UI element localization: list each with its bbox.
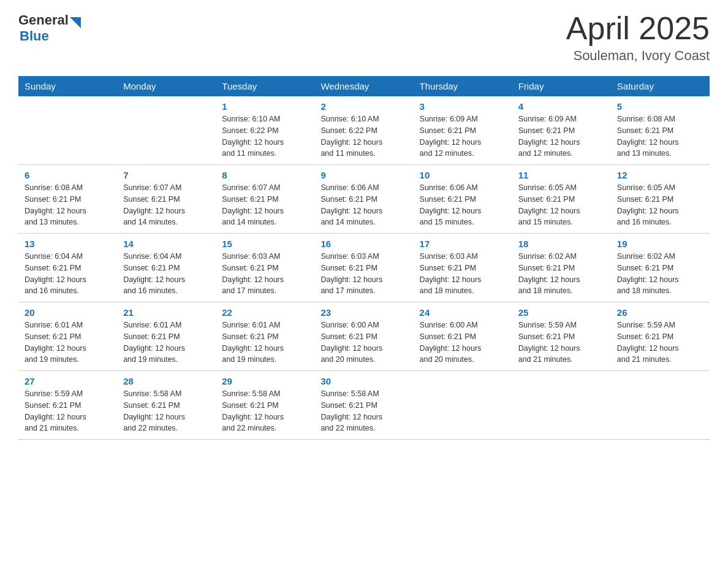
calendar-cell <box>18 96 117 165</box>
calendar-cell: 11Sunrise: 6:05 AM Sunset: 6:21 PM Dayli… <box>512 165 611 234</box>
day-number: 10 <box>420 170 506 180</box>
day-info: Sunrise: 6:09 AM Sunset: 6:21 PM Dayligh… <box>420 113 506 159</box>
day-info: Sunrise: 5:59 AM Sunset: 6:21 PM Dayligh… <box>518 320 605 366</box>
day-info: Sunrise: 6:03 AM Sunset: 6:21 PM Dayligh… <box>222 251 308 297</box>
calendar-cell: 1Sunrise: 6:10 AM Sunset: 6:22 PM Daylig… <box>216 96 314 165</box>
day-number: 21 <box>123 307 210 318</box>
logo: General Blue <box>18 12 81 44</box>
day-info: Sunrise: 6:08 AM Sunset: 6:21 PM Dayligh… <box>25 182 111 228</box>
logo-blue-text: Blue <box>20 28 81 44</box>
day-info: Sunrise: 6:05 AM Sunset: 6:21 PM Dayligh… <box>617 182 703 228</box>
month-title: April 2025 <box>566 12 710 44</box>
column-header-wednesday: Wednesday <box>314 76 413 96</box>
column-header-friday: Friday <box>512 76 611 96</box>
calendar-week-row: 20Sunrise: 6:01 AM Sunset: 6:21 PM Dayli… <box>18 302 710 371</box>
column-header-monday: Monday <box>117 76 216 96</box>
day-number: 4 <box>518 101 605 112</box>
day-info: Sunrise: 6:08 AM Sunset: 6:21 PM Dayligh… <box>617 113 703 159</box>
day-info: Sunrise: 6:07 AM Sunset: 6:21 PM Dayligh… <box>222 182 308 228</box>
column-header-sunday: Sunday <box>18 76 117 96</box>
day-number: 8 <box>222 170 308 180</box>
column-header-tuesday: Tuesday <box>216 76 314 96</box>
calendar-header-row: SundayMondayTuesdayWednesdayThursdayFrid… <box>18 76 710 96</box>
day-info: Sunrise: 6:01 AM Sunset: 6:21 PM Dayligh… <box>123 320 210 366</box>
title-section: April 2025 Souleman, Ivory Coast <box>566 12 710 64</box>
column-header-saturday: Saturday <box>611 76 710 96</box>
calendar-cell: 13Sunrise: 6:04 AM Sunset: 6:21 PM Dayli… <box>18 234 117 302</box>
calendar-cell: 9Sunrise: 6:06 AM Sunset: 6:21 PM Daylig… <box>314 165 413 234</box>
day-number: 11 <box>518 170 605 180</box>
day-number: 14 <box>123 239 210 249</box>
day-info: Sunrise: 5:58 AM Sunset: 6:21 PM Dayligh… <box>222 388 308 434</box>
day-info: Sunrise: 5:59 AM Sunset: 6:21 PM Dayligh… <box>25 388 111 434</box>
day-number: 20 <box>25 307 111 318</box>
page-header: General Blue April 2025 Souleman, Ivory … <box>18 12 710 64</box>
day-info: Sunrise: 6:05 AM Sunset: 6:21 PM Dayligh… <box>518 182 605 228</box>
calendar-cell: 25Sunrise: 5:59 AM Sunset: 6:21 PM Dayli… <box>512 302 611 371</box>
day-info: Sunrise: 6:01 AM Sunset: 6:21 PM Dayligh… <box>25 320 111 366</box>
calendar-cell: 28Sunrise: 5:58 AM Sunset: 6:21 PM Dayli… <box>117 371 216 440</box>
day-info: Sunrise: 6:02 AM Sunset: 6:21 PM Dayligh… <box>617 251 703 297</box>
calendar-cell: 4Sunrise: 6:09 AM Sunset: 6:21 PM Daylig… <box>512 96 611 165</box>
day-number: 2 <box>320 101 407 112</box>
calendar-cell: 18Sunrise: 6:02 AM Sunset: 6:21 PM Dayli… <box>512 234 611 302</box>
day-number: 3 <box>420 101 506 112</box>
day-number: 16 <box>320 239 407 249</box>
calendar-cell <box>611 371 710 440</box>
calendar-cell <box>512 371 611 440</box>
day-number: 13 <box>25 239 111 249</box>
location-title: Souleman, Ivory Coast <box>566 48 710 64</box>
calendar-week-row: 1Sunrise: 6:10 AM Sunset: 6:22 PM Daylig… <box>18 96 710 165</box>
calendar-week-row: 13Sunrise: 6:04 AM Sunset: 6:21 PM Dayli… <box>18 234 710 302</box>
calendar-cell: 23Sunrise: 6:00 AM Sunset: 6:21 PM Dayli… <box>314 302 413 371</box>
calendar-cell: 26Sunrise: 5:59 AM Sunset: 6:21 PM Dayli… <box>611 302 710 371</box>
day-number: 5 <box>617 101 703 112</box>
day-info: Sunrise: 6:09 AM Sunset: 6:21 PM Dayligh… <box>518 113 605 159</box>
day-info: Sunrise: 6:03 AM Sunset: 6:21 PM Dayligh… <box>320 251 407 297</box>
day-info: Sunrise: 6:07 AM Sunset: 6:21 PM Dayligh… <box>123 182 210 228</box>
day-number: 24 <box>420 307 506 318</box>
day-info: Sunrise: 5:58 AM Sunset: 6:21 PM Dayligh… <box>123 388 210 434</box>
svg-marker-0 <box>70 17 81 28</box>
day-number: 17 <box>420 239 506 249</box>
day-number: 7 <box>123 170 210 180</box>
day-info: Sunrise: 6:04 AM Sunset: 6:21 PM Dayligh… <box>25 251 111 297</box>
calendar-cell: 16Sunrise: 6:03 AM Sunset: 6:21 PM Dayli… <box>314 234 413 302</box>
day-number: 23 <box>320 307 407 318</box>
calendar-cell: 10Sunrise: 6:06 AM Sunset: 6:21 PM Dayli… <box>414 165 512 234</box>
day-number: 12 <box>617 170 703 180</box>
day-info: Sunrise: 6:00 AM Sunset: 6:21 PM Dayligh… <box>420 320 506 366</box>
logo-triangle-icon <box>70 17 81 28</box>
calendar-cell: 12Sunrise: 6:05 AM Sunset: 6:21 PM Dayli… <box>611 165 710 234</box>
calendar-cell: 7Sunrise: 6:07 AM Sunset: 6:21 PM Daylig… <box>117 165 216 234</box>
day-info: Sunrise: 6:03 AM Sunset: 6:21 PM Dayligh… <box>420 251 506 297</box>
day-number: 9 <box>320 170 407 180</box>
calendar-week-row: 27Sunrise: 5:59 AM Sunset: 6:21 PM Dayli… <box>18 371 710 440</box>
calendar-cell: 6Sunrise: 6:08 AM Sunset: 6:21 PM Daylig… <box>18 165 117 234</box>
day-number: 18 <box>518 239 605 249</box>
day-number: 30 <box>320 376 407 386</box>
calendar-cell: 21Sunrise: 6:01 AM Sunset: 6:21 PM Dayli… <box>117 302 216 371</box>
calendar-cell: 17Sunrise: 6:03 AM Sunset: 6:21 PM Dayli… <box>414 234 512 302</box>
calendar-cell <box>117 96 216 165</box>
day-number: 6 <box>25 170 111 180</box>
day-number: 15 <box>222 239 308 249</box>
calendar-week-row: 6Sunrise: 6:08 AM Sunset: 6:21 PM Daylig… <box>18 165 710 234</box>
calendar-cell: 8Sunrise: 6:07 AM Sunset: 6:21 PM Daylig… <box>216 165 314 234</box>
calendar-cell: 2Sunrise: 6:10 AM Sunset: 6:22 PM Daylig… <box>314 96 413 165</box>
day-number: 22 <box>222 307 308 318</box>
calendar-cell: 22Sunrise: 6:01 AM Sunset: 6:21 PM Dayli… <box>216 302 314 371</box>
day-info: Sunrise: 6:06 AM Sunset: 6:21 PM Dayligh… <box>420 182 506 228</box>
calendar-cell <box>414 371 512 440</box>
day-info: Sunrise: 6:01 AM Sunset: 6:21 PM Dayligh… <box>222 320 308 366</box>
day-info: Sunrise: 6:02 AM Sunset: 6:21 PM Dayligh… <box>518 251 605 297</box>
day-info: Sunrise: 6:10 AM Sunset: 6:22 PM Dayligh… <box>320 113 407 159</box>
day-number: 25 <box>518 307 605 318</box>
day-info: Sunrise: 6:00 AM Sunset: 6:21 PM Dayligh… <box>320 320 407 366</box>
calendar-cell: 29Sunrise: 5:58 AM Sunset: 6:21 PM Dayli… <box>216 371 314 440</box>
day-number: 29 <box>222 376 308 386</box>
day-info: Sunrise: 6:10 AM Sunset: 6:22 PM Dayligh… <box>222 113 308 159</box>
calendar-cell: 3Sunrise: 6:09 AM Sunset: 6:21 PM Daylig… <box>414 96 512 165</box>
day-info: Sunrise: 5:58 AM Sunset: 6:21 PM Dayligh… <box>320 388 407 434</box>
day-number: 28 <box>123 376 210 386</box>
